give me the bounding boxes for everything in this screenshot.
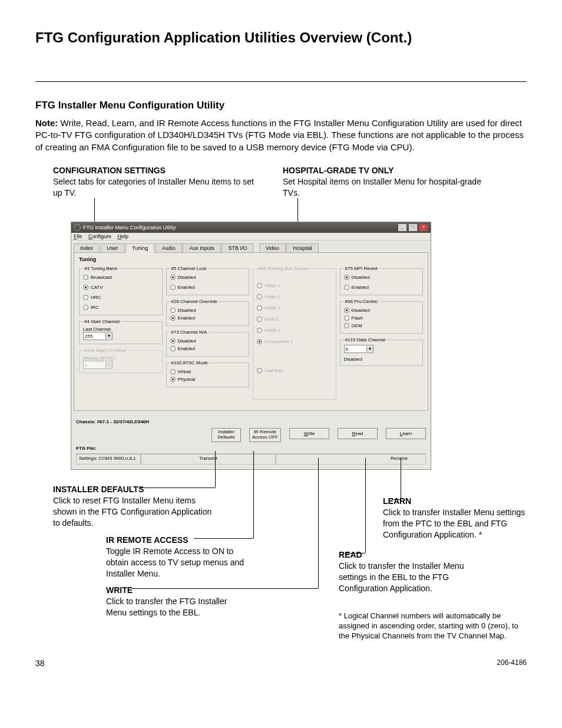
- leader-lines-top: [35, 198, 527, 222]
- radio-disabled[interactable]: [170, 275, 176, 280]
- group-pro-centric: #98 Pro:Centric Disabled Flash GEM: [340, 299, 424, 334]
- radio-label: GEM: [352, 323, 362, 328]
- page-number: 38: [35, 658, 45, 668]
- callout-title: READ: [339, 550, 362, 559]
- radio-disabled[interactable]: [344, 308, 349, 313]
- group-legend: #3 Tuning Band: [83, 266, 118, 271]
- menu-configure[interactable]: Configure: [88, 233, 111, 239]
- group-legend: #5 Channel Lock: [170, 266, 208, 271]
- group-tuning-band: #3 Tuning Band Broadcast CATV HRC IRC: [79, 266, 163, 315]
- close-button[interactable]: ×: [419, 223, 428, 232]
- callout-body: Click to reset FTG Installer Menu items …: [53, 496, 211, 528]
- group-legend: #75 MPI Revert: [344, 266, 379, 271]
- group-mpi-revert: #75 MPI Revert Disabled Enabled: [340, 266, 424, 295]
- dropdown-value: 255: [84, 334, 105, 339]
- radio-label: Disabled: [178, 275, 196, 280]
- field-label: Disabled: [344, 357, 419, 362]
- radio-last-aux: [257, 368, 262, 373]
- minimize-button[interactable]: _: [398, 223, 407, 232]
- radio-enabled[interactable]: [344, 285, 349, 290]
- radio-label: Disabled: [178, 308, 196, 313]
- tab-index[interactable]: Index: [74, 243, 100, 252]
- chevron-down-icon: ▾: [105, 362, 112, 368]
- tab-video[interactable]: Video: [259, 243, 286, 252]
- group-start-ch-minor: #104 Start Ch Minor Analog (NTSC) 0▾: [79, 348, 163, 373]
- radio-enabled[interactable]: [170, 285, 176, 290]
- radio-hrc[interactable]: [83, 295, 88, 300]
- radio-hdmi2: [257, 328, 262, 333]
- menu-help[interactable]: Help: [118, 233, 129, 239]
- group-channel-lock: #5 Channel Lock Disabled Enabled: [166, 266, 250, 295]
- callout-ir-remote: IR REMOTE ACCESS Toggle IR Remote Access…: [106, 535, 253, 579]
- callout-title: IR REMOTE ACCESS: [106, 535, 189, 545]
- data-channel-dropdown[interactable]: 0▾: [344, 345, 373, 353]
- radio-catv[interactable]: [83, 285, 88, 290]
- radio-broadcast[interactable]: [83, 275, 88, 280]
- callout-title: CONFIGURATION SETTINGS: [53, 165, 265, 176]
- radio-enabled[interactable]: [170, 346, 176, 351]
- radio-disabled[interactable]: [344, 275, 349, 280]
- group-legend: #46 Starting Aux Source: [257, 266, 310, 271]
- chevron-down-icon: ▾: [366, 346, 373, 352]
- radio-component1: [257, 339, 262, 344]
- group-legend: #4 Start Channel: [83, 319, 121, 324]
- radio-label: Component 1: [265, 339, 293, 344]
- maximize-button[interactable]: □: [408, 223, 418, 232]
- ftg-file-label: FTG File:: [76, 446, 426, 451]
- read-button[interactable]: Read: [338, 428, 378, 439]
- tab-aux-inputs[interactable]: Aux Inputs: [183, 243, 221, 252]
- callout-title: INSTALLER DEFAULTS: [53, 485, 144, 494]
- ir-remote-access-button[interactable]: IR Remote Access OFF: [249, 428, 281, 442]
- radio-gem[interactable]: [344, 323, 349, 328]
- installer-defaults-button[interactable]: Installer Defaults: [211, 428, 241, 442]
- radio-label: Last Aux: [265, 368, 283, 373]
- tab-panel-tuning: Tuning #3 Tuning Band Broadcast CATV HRC…: [74, 252, 428, 411]
- chassis-label: Chassis: #67-1 - 32/37/42LD340H: [76, 419, 426, 424]
- panel-header: Tuning: [79, 256, 423, 262]
- tab-tuning[interactable]: Tuning: [125, 243, 154, 253]
- radio-label: Video 1: [265, 283, 280, 288]
- group-start-channel: #4 Start Channel Last Channel 255▾: [79, 319, 163, 344]
- radio-rgb1: [257, 317, 262, 322]
- callout-body: Select tabs for categories of Installer …: [53, 176, 265, 199]
- tab-audio[interactable]: Audio: [156, 243, 182, 252]
- tab-user[interactable]: User: [101, 243, 125, 252]
- radio-label: Flash: [352, 315, 363, 321]
- tab-strip: Index User Tuning Audio Aux Inputs STB I…: [71, 241, 431, 252]
- note-body: Write, Read, Learn, and IR Remote Access…: [35, 118, 524, 152]
- dropdown-value: 0: [345, 347, 366, 352]
- menu-file[interactable]: File: [74, 233, 82, 239]
- callout-installer-defaults: INSTALLER DEFAULTS Click to reset FTG In…: [53, 484, 218, 529]
- callout-read: READ Click to transfer the Installer Men…: [339, 549, 492, 594]
- tab-hospital[interactable]: Hospital: [286, 243, 319, 252]
- radio-irc[interactable]: [83, 305, 88, 310]
- callout-body: Click to transfer Installer Menu setting…: [383, 508, 525, 539]
- section-heading: FTG Installer Menu Configuration Utility: [35, 100, 527, 111]
- radio-label: HRC: [91, 295, 101, 300]
- radio-disabled[interactable]: [170, 308, 176, 313]
- radio-virtual[interactable]: [170, 369, 176, 374]
- radio-flash[interactable]: [344, 315, 349, 321]
- radio-label: Enabled: [178, 285, 195, 290]
- status-transmit: Transmit: [141, 454, 276, 465]
- page-title: FTG Configuration Application Utilities …: [35, 29, 527, 46]
- note-label: Note:: [35, 118, 58, 128]
- callout-hospital: HOSPITAL-GRADE TV ONLY Set Hospital item…: [265, 165, 495, 199]
- radio-label: RGB 1: [265, 317, 279, 322]
- group-legend: #73 Channel N/A: [170, 330, 209, 335]
- group-atsc-mode: #103 ATSC Mode Virtual Physical: [166, 360, 250, 387]
- radio-enabled[interactable]: [170, 315, 176, 321]
- callout-title: LEARN: [383, 496, 411, 506]
- radio-label: HDMI 1: [265, 305, 280, 311]
- radio-label: Virtual: [178, 369, 191, 374]
- group-legend: #98 Pro:Centric: [344, 299, 379, 304]
- learn-button[interactable]: Learn: [386, 428, 426, 439]
- write-button[interactable]: Write: [289, 428, 329, 439]
- tab-stb-io[interactable]: STB I/O: [222, 243, 253, 252]
- radio-label: Video 2: [265, 294, 280, 299]
- callout-learn: LEARN Click to transfer Installer Menu s…: [383, 496, 530, 541]
- radio-disabled[interactable]: [170, 338, 176, 344]
- start-channel-dropdown[interactable]: 255▾: [83, 332, 113, 340]
- radio-physical[interactable]: [170, 377, 176, 382]
- app-window: FTG Installer Menu Configuration Utility…: [71, 222, 431, 470]
